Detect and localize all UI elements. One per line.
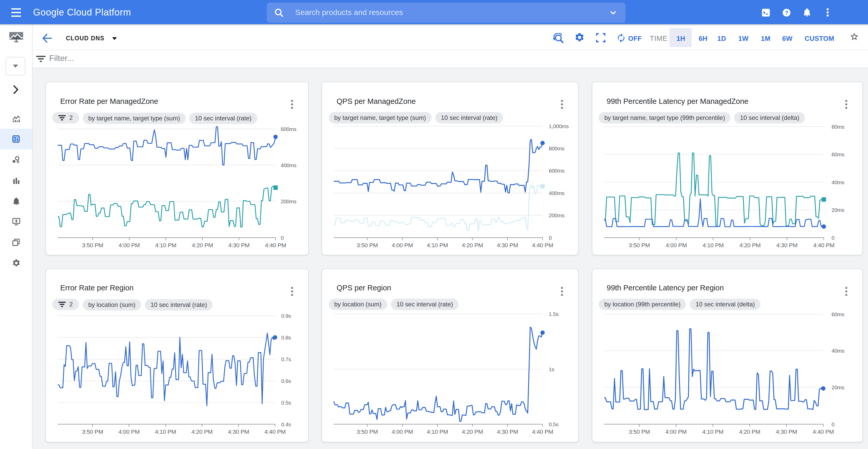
svg-text:0: 0: [831, 421, 834, 427]
svg-text:4:10 PM: 4:10 PM: [155, 242, 176, 249]
svg-text:4:40 PM: 4:40 PM: [812, 428, 834, 435]
svg-text:0: 0: [280, 235, 283, 241]
svg-text:3:50 PM: 3:50 PM: [628, 428, 650, 435]
svg-text:4:40 PM: 4:40 PM: [532, 242, 553, 249]
svg-text:4:00 PM: 4:00 PM: [392, 242, 413, 249]
svg-text:80ms: 80ms: [831, 124, 844, 130]
svg-text:0.4s: 0.4s: [281, 421, 291, 427]
svg-text:4:00 PM: 4:00 PM: [665, 428, 686, 435]
svg-text:600ms: 600ms: [280, 126, 296, 132]
svg-text:0: 0: [831, 235, 834, 241]
svg-text:4:20 PM: 4:20 PM: [462, 428, 483, 435]
svg-text:4:20 PM: 4:20 PM: [739, 428, 760, 435]
svg-text:0.9s: 0.9s: [281, 313, 291, 319]
svg-text:4:10 PM: 4:10 PM: [702, 428, 723, 435]
svg-text:4:40 PM: 4:40 PM: [532, 428, 553, 435]
svg-text:1s: 1s: [549, 366, 554, 372]
svg-text:4:10 PM: 4:10 PM: [702, 242, 723, 249]
svg-text:40ms: 40ms: [831, 348, 844, 353]
svg-text:200ms: 200ms: [549, 212, 564, 218]
svg-text:4:20 PM: 4:20 PM: [191, 428, 213, 435]
svg-text:400ms: 400ms: [549, 190, 564, 196]
svg-text:20ms: 20ms: [831, 207, 844, 213]
svg-text:0.6s: 0.6s: [281, 378, 291, 384]
svg-text:4:00 PM: 4:00 PM: [665, 242, 686, 249]
svg-text:4:30 PM: 4:30 PM: [497, 428, 518, 435]
svg-text:1,000ms: 1,000ms: [549, 123, 569, 129]
svg-text:4:40 PM: 4:40 PM: [265, 242, 286, 249]
svg-text:800ms: 800ms: [549, 146, 564, 151]
svg-text:60ms: 60ms: [831, 151, 844, 157]
svg-text:3:50 PM: 3:50 PM: [82, 428, 103, 435]
svg-text:0.7s: 0.7s: [281, 356, 291, 362]
svg-text:3:50 PM: 3:50 PM: [628, 242, 650, 249]
svg-text:0.5s: 0.5s: [549, 421, 559, 427]
svg-text:4:10 PM: 4:10 PM: [427, 242, 448, 249]
svg-text:400ms: 400ms: [280, 162, 296, 168]
svg-text:0: 0: [549, 235, 552, 241]
svg-text:0.8s: 0.8s: [281, 334, 291, 340]
svg-text:40ms: 40ms: [831, 179, 844, 185]
svg-text:1.5s: 1.5s: [549, 311, 559, 317]
svg-text:4:20 PM: 4:20 PM: [191, 242, 213, 249]
svg-text:4:30 PM: 4:30 PM: [776, 428, 797, 435]
svg-text:4:30 PM: 4:30 PM: [497, 242, 518, 249]
svg-text:600ms: 600ms: [549, 168, 564, 173]
svg-text:60ms: 60ms: [831, 311, 844, 317]
svg-text:?: ?: [785, 9, 788, 16]
svg-text:4:00 PM: 4:00 PM: [118, 242, 140, 249]
svg-text:4:40 PM: 4:40 PM: [813, 242, 834, 249]
svg-text:4:40 PM: 4:40 PM: [264, 428, 285, 435]
svg-text:3:50 PM: 3:50 PM: [82, 242, 103, 249]
svg-text:4:00 PM: 4:00 PM: [118, 428, 139, 435]
svg-text:200ms: 200ms: [280, 198, 296, 204]
svg-text:4:30 PM: 4:30 PM: [228, 428, 249, 435]
svg-text:4:10 PM: 4:10 PM: [155, 428, 176, 435]
svg-text:3:50 PM: 3:50 PM: [357, 428, 378, 435]
svg-text:4:20 PM: 4:20 PM: [462, 242, 483, 249]
svg-text:4:10 PM: 4:10 PM: [427, 428, 448, 435]
svg-text:4:30 PM: 4:30 PM: [776, 242, 797, 249]
svg-text:3:50 PM: 3:50 PM: [357, 242, 378, 249]
svg-text:4:20 PM: 4:20 PM: [739, 242, 761, 249]
svg-text:4:30 PM: 4:30 PM: [228, 242, 249, 249]
svg-text:20ms: 20ms: [831, 384, 844, 390]
svg-text:4:00 PM: 4:00 PM: [392, 428, 413, 435]
svg-text:0.5s: 0.5s: [281, 399, 291, 405]
